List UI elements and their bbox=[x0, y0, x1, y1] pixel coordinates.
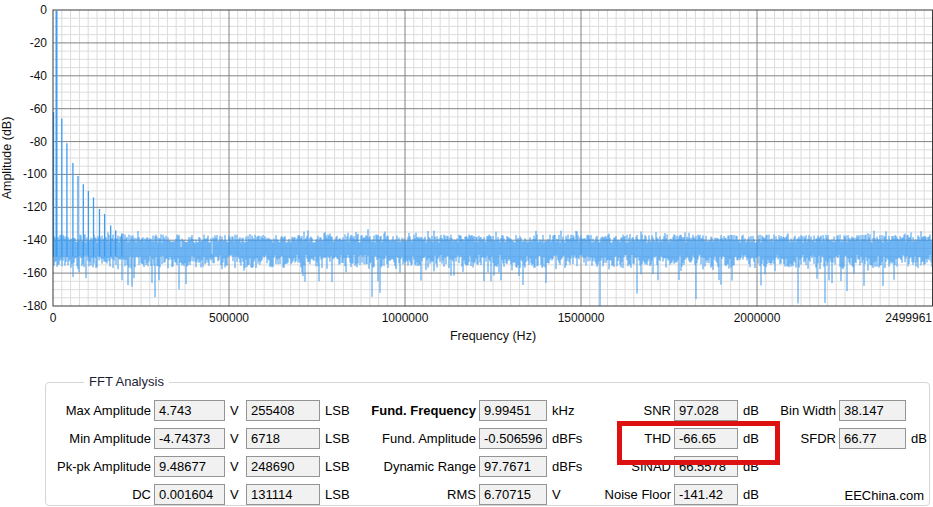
db-unit-label: dB bbox=[743, 487, 759, 502]
noise-floor-label: Noise Floor bbox=[586, 487, 671, 502]
fft-analyzer-window: 0-20-40-60-80-100-120-140-160-1800500000… bbox=[0, 0, 933, 507]
volts-unit-label: V bbox=[552, 487, 561, 502]
snr-row: SNR 97.028 dB bbox=[586, 400, 759, 421]
rms-row: RMS 6.70715 V bbox=[326, 484, 582, 505]
y-tick-label: -40 bbox=[30, 69, 48, 83]
x-tick-label: 1000000 bbox=[382, 311, 429, 325]
volts-unit-label: V bbox=[230, 487, 242, 502]
x-tick-label: 500000 bbox=[209, 311, 249, 325]
y-tick-label: -100 bbox=[23, 167, 47, 181]
db-unit-label: dB bbox=[911, 431, 927, 446]
dbfs-unit-label: dBFs bbox=[552, 459, 582, 474]
snr-field[interactable]: 97.028 bbox=[674, 400, 738, 421]
volts-unit-label: V bbox=[230, 403, 242, 418]
sfdr-label: SFDR bbox=[746, 431, 836, 446]
sinad-label: SINAD bbox=[586, 459, 671, 474]
sinad-row: SINAD 66.5578 dB bbox=[586, 456, 759, 477]
volts-unit-label: V bbox=[230, 459, 242, 474]
dc-v-field[interactable]: 0.001604 bbox=[154, 484, 225, 505]
x-axis-title: Frequency (Hz) bbox=[450, 329, 536, 343]
x-tick-label: 0 bbox=[50, 311, 57, 325]
noise-floor-field[interactable]: -141.42 bbox=[674, 484, 738, 505]
sfdr-field[interactable]: 66.77 bbox=[839, 428, 906, 449]
metrics-column: SNR 97.028 dB THD -66.65 dB SINAD 66.557… bbox=[586, 400, 759, 507]
dynamic-range-row: Dynamic Range 97.7671 dBFs bbox=[326, 456, 582, 477]
min-amplitude-label: Min Amplitude bbox=[46, 431, 151, 446]
dc-lsb-field[interactable]: 131114 bbox=[246, 484, 320, 505]
max-amplitude-v-field[interactable]: 4.743 bbox=[154, 400, 225, 421]
snr-label: SNR bbox=[586, 403, 671, 418]
thd-field[interactable]: -66.65 bbox=[674, 428, 738, 449]
groupbox-title: FFT Analysis bbox=[84, 374, 169, 389]
x-tick-label: 1500000 bbox=[558, 311, 605, 325]
amplitude-column: Max Amplitude 4.743 V 255408 LSB Min Amp… bbox=[46, 400, 350, 507]
min-amplitude-v-field[interactable]: -4.74373 bbox=[154, 428, 225, 449]
dc-label: DC bbox=[46, 487, 151, 502]
fund-amplitude-row: Fund. Amplitude -0.506596 dBFs bbox=[326, 428, 582, 449]
rms-field[interactable]: 6.70715 bbox=[479, 484, 547, 505]
dbfs-unit-label: dBFs bbox=[552, 431, 582, 446]
fft-spectrum-plot: 0-20-40-60-80-100-120-140-160-1800500000… bbox=[0, 0, 933, 352]
y-tick-label: 0 bbox=[40, 3, 47, 17]
pkpk-amplitude-lsb-field[interactable]: 248690 bbox=[246, 456, 320, 477]
x-tick-label: 2000000 bbox=[734, 311, 781, 325]
y-tick-label: -180 bbox=[23, 299, 47, 313]
min-amplitude-lsb-field[interactable]: 6718 bbox=[246, 428, 320, 449]
thd-label: THD bbox=[586, 431, 671, 446]
max-amplitude-label: Max Amplitude bbox=[46, 403, 151, 418]
bin-width-row: Bin Width 38.147 bbox=[746, 400, 927, 421]
fft-analysis-groupbox: FFT Analysis Max Amplitude 4.743 V 25540… bbox=[45, 382, 930, 506]
y-tick-label: -80 bbox=[30, 135, 48, 149]
y-axis-title: Amplitude (dB) bbox=[0, 117, 14, 200]
sfdr-row: SFDR 66.77 dB bbox=[746, 428, 927, 449]
dynamic-range-field[interactable]: 97.7671 bbox=[479, 456, 547, 477]
db-unit-label: dB bbox=[743, 459, 759, 474]
thd-row: THD -66.65 dB bbox=[586, 428, 759, 449]
fund-frequency-field[interactable]: 9.99451 bbox=[479, 400, 547, 421]
dynamic-range-label: Dynamic Range bbox=[326, 459, 476, 474]
pkpk-amplitude-row: Pk-pk Amplitude 9.48677 V 248690 LSB bbox=[46, 456, 350, 477]
bin-column: Bin Width 38.147 SFDR 66.77 dB bbox=[746, 400, 927, 456]
fundamental-column: Fund. Frequency 9.99451 kHz Fund. Amplit… bbox=[326, 400, 582, 507]
pkpk-amplitude-v-field[interactable]: 9.48677 bbox=[154, 456, 225, 477]
max-amplitude-lsb-field[interactable]: 255408 bbox=[246, 400, 320, 421]
y-tick-label: -160 bbox=[23, 266, 47, 280]
noise-floor-row: Noise Floor -141.42 dB bbox=[586, 484, 759, 505]
y-tick-label: -140 bbox=[23, 233, 47, 247]
x-tick-label: 2499961 bbox=[885, 311, 932, 325]
watermark-text: EEChina.com bbox=[845, 488, 924, 503]
fund-amplitude-label: Fund. Amplitude bbox=[326, 431, 476, 446]
y-tick-label: -120 bbox=[23, 200, 47, 214]
max-amplitude-row: Max Amplitude 4.743 V 255408 LSB bbox=[46, 400, 350, 421]
pkpk-amplitude-label: Pk-pk Amplitude bbox=[46, 459, 151, 474]
volts-unit-label: V bbox=[230, 431, 242, 446]
fund-frequency-label: Fund. Frequency bbox=[326, 403, 476, 418]
dc-row: DC 0.001604 V 131114 LSB bbox=[46, 484, 350, 505]
bin-width-field[interactable]: 38.147 bbox=[839, 400, 906, 421]
sinad-field[interactable]: 66.5578 bbox=[674, 456, 738, 477]
y-tick-label: -60 bbox=[30, 102, 48, 116]
y-tick-label: -20 bbox=[30, 36, 48, 50]
fund-amplitude-field[interactable]: -0.506596 bbox=[479, 428, 547, 449]
fund-frequency-row: Fund. Frequency 9.99451 kHz bbox=[326, 400, 582, 421]
khz-unit-label: kHz bbox=[552, 403, 574, 418]
rms-label: RMS bbox=[326, 487, 476, 502]
min-amplitude-row: Min Amplitude -4.74373 V 6718 LSB bbox=[46, 428, 350, 449]
bin-width-label: Bin Width bbox=[746, 403, 836, 418]
fft-spectrum-chart: 0-20-40-60-80-100-120-140-160-1800500000… bbox=[0, 0, 933, 352]
